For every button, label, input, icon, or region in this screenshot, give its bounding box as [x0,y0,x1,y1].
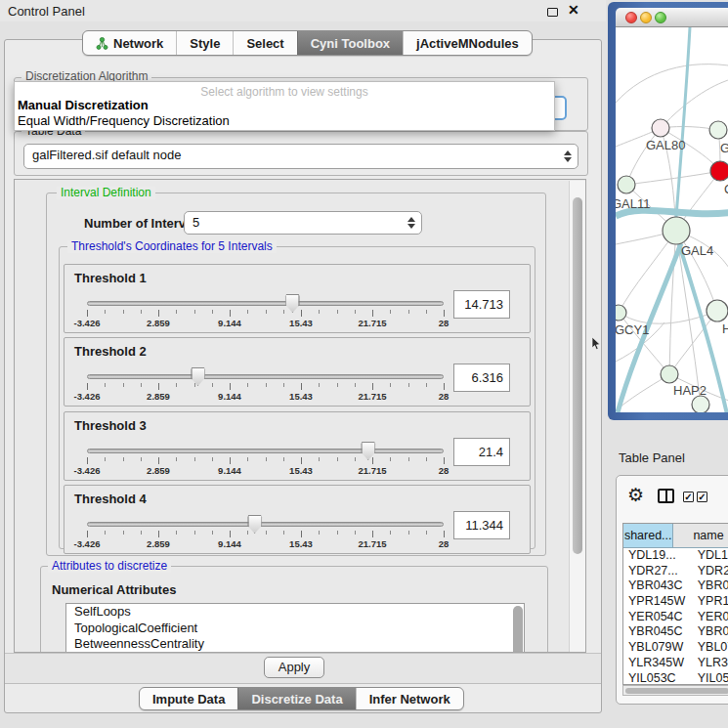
attribute-list-item[interactable]: SelfLoops [66,604,524,621]
tick-label: 21.715 [358,391,386,402]
tab-jactivemnodules-label: jActiveMNodules [416,36,519,51]
tab-select[interactable]: Select [233,31,296,55]
close-icon[interactable]: ✕ [568,2,579,18]
tick-label: 9.144 [218,465,241,476]
network-node-g[interactable] [709,121,727,139]
tab-style[interactable]: Style [176,31,233,55]
threshold-3-value-field[interactable]: 21.4 [453,438,510,466]
split-columns-icon[interactable] [658,489,674,503]
column-header-name[interactable]: name [673,524,728,547]
tick-label: 15.43 [289,465,313,476]
threshold-4-slider[interactable] [87,522,444,527]
cell-name[interactable]: YDR27 [693,564,728,579]
cell-shared-name[interactable]: YDR27... [623,564,693,579]
tick-label: 21.715 [358,538,386,549]
table-row[interactable]: YBL079WYBL079W [623,640,728,656]
attribute-list-item[interactable]: BetweennessCentrality [66,636,524,653]
table-row[interactable]: YIL053CYIL053C [623,671,728,686]
cell-name[interactable]: YIL053C [693,671,728,686]
algorithm-popup: Select algorithm to view settings Manual… [14,81,555,131]
cell-name[interactable]: YBL079W [693,640,728,656]
tab-cyni-toolbox[interactable]: Cyni Toolbox [297,31,403,55]
table-horizontal-scrollbar[interactable] [622,685,728,696]
cell-name[interactable]: YLR345W [693,656,728,671]
table-row[interactable]: YBR045CYBR045C [623,624,728,640]
network-node-gal11[interactable] [618,176,635,193]
tab-impute-data-label: Impute Data [152,692,225,707]
threshold-1-slider[interactable] [87,301,444,306]
cell-shared-name[interactable]: YBR045C [623,624,693,640]
network-node-gal4[interactable] [663,217,690,244]
attribute-list-item[interactable]: TopologicalCoefficient [66,621,524,637]
list-scrollbar[interactable] [513,606,523,653]
network-node-gcy1[interactable] [616,305,626,321]
slider-tick-labels: -3.4262.8599.14415.4321.71528 [87,465,444,477]
apply-button[interactable]: Apply [264,657,324,678]
table-row[interactable]: YLR345WYLR345W [623,656,728,671]
column-header-shared-name[interactable]: shared... [623,524,673,547]
network-node-c[interactable] [710,161,728,181]
node-label: GAL80 [646,138,685,152]
scrollbar-thumb[interactable] [573,197,582,554]
tab-infer-network[interactable]: Infer Network [356,688,463,709]
network-node[interactable] [692,396,709,412]
cell-shared-name[interactable]: YIL053C [623,671,693,686]
tick-label: 28 [439,538,450,549]
settings-scrollbar[interactable] [569,181,585,653]
panel-title: Control Panel [8,4,85,19]
popup-item-equal-width-frequency[interactable]: Equal Width/Frequency Discretization [15,113,554,129]
popup-item-manual-discretization[interactable]: Manual Discretization [15,98,554,113]
screen: Control Panel ✕ Network Style Select Cyn… [0,0,728,728]
cell-name[interactable]: YBR045C [693,624,728,640]
close-traffic-light[interactable] [625,12,637,23]
cell-name[interactable]: YDL19 [693,548,728,564]
threshold-2-slider[interactable] [87,374,444,379]
table-header-row: shared... name [623,524,728,548]
minimize-traffic-light[interactable] [640,12,652,23]
cell-name[interactable]: YER054C [693,610,728,625]
checkbox-icon[interactable]: ✓ [683,492,694,502]
table-row[interactable]: YDL19...YDL19 [623,548,728,564]
network-window-titlebar[interactable] [616,8,728,27]
table-row[interactable]: YBR043CYBR043C [623,578,728,594]
table-data-combobox[interactable]: galFiltered.sif default node [23,144,578,169]
cell-shared-name[interactable]: YPR145W [623,594,693,610]
tick-label: -3.426 [74,538,101,549]
node-label: C [724,182,728,196]
cell-shared-name[interactable]: YBL079W [623,640,693,656]
zoom-traffic-light[interactable] [655,12,666,23]
tab-jactivemnodules[interactable]: jActiveMNodules [403,31,532,55]
table-row[interactable]: YPR145WYPR145W [623,594,728,610]
cell-shared-name[interactable]: YDL19... [623,548,693,564]
checkbox-icon[interactable]: ✓ [697,492,707,502]
cell-name[interactable]: YBR043C [693,578,728,594]
cell-shared-name[interactable]: YLR345W [623,656,693,671]
numerical-attributes-list[interactable]: SelfLoopsTopologicalCoefficientBetweenne… [65,603,525,653]
cell-shared-name[interactable]: YER054C [623,610,693,625]
threshold-1-value-field[interactable]: 14.713 [453,290,510,319]
network-node-hap2[interactable] [661,365,678,383]
table-row[interactable]: YDR27...YDR27 [623,564,728,579]
threshold-1-row: Threshold 1 -3.4262.8599.14415.4321.7152… [64,264,531,333]
gear-icon[interactable]: ⚙ [627,484,644,505]
node-label: GAL11 [616,196,651,211]
threshold-4-value-field[interactable]: 11.344 [453,511,510,539]
interval-definition-group: Interval Definition Number of Intervals … [46,193,546,556]
cell-name[interactable]: YPR145W [693,594,728,610]
network-canvas[interactable]: GAL80GCGAL11GAL4GCY1HHAP2 [616,27,728,412]
tab-discretize-data[interactable]: Discretize Data [237,688,355,709]
number-of-intervals-combobox[interactable]: 5 [184,211,422,235]
float-window-icon[interactable] [547,8,558,17]
tab-impute-data[interactable]: Impute Data [140,688,237,709]
network-node-h[interactable] [707,300,728,321]
cell-shared-name[interactable]: YBR043C [623,578,693,594]
scrollbar-thumb[interactable] [625,688,728,694]
thresholds-group-label: Threshold's Coordinates for 5 Intervals [67,240,277,253]
table-row[interactable]: YER054CYER054C [623,610,728,625]
tick-label: 15.43 [289,391,313,402]
threshold-2-value-field[interactable]: 6.316 [453,364,510,392]
threshold-3-slider[interactable] [87,449,444,453]
tick-label: -3.426 [74,318,101,328]
tab-network[interactable]: Network [83,31,176,55]
network-node-gal80[interactable] [652,119,669,137]
